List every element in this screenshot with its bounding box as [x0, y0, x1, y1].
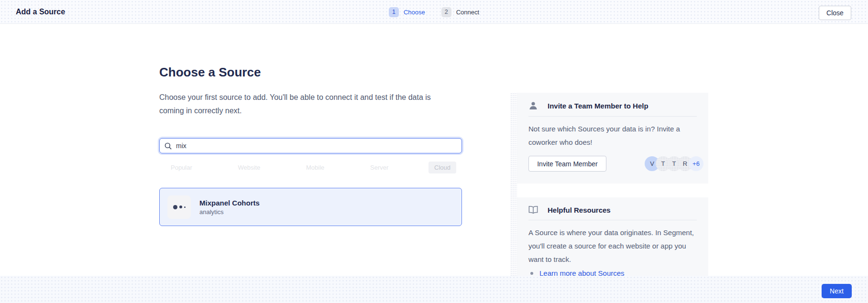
- step-choose[interactable]: 1 Choose: [389, 7, 425, 17]
- sidebar-divider-strip: [510, 93, 517, 284]
- close-button[interactable]: Close: [819, 6, 851, 20]
- category-filter-tabs: Popular Website Mobile Server Cloud: [159, 161, 462, 173]
- footer-bar: [0, 276, 868, 303]
- next-button[interactable]: Next: [822, 284, 852, 298]
- header-bar: Add a Source 1 Choose 2 Connect Close: [0, 0, 868, 24]
- avatar-overflow-count: +6: [689, 156, 703, 171]
- tab-server[interactable]: Server: [364, 162, 394, 173]
- section-description: Choose your first source to add. You'll …: [159, 91, 446, 118]
- section-heading: Choose a Source: [159, 65, 261, 80]
- source-name: Mixpanel Cohorts: [199, 199, 260, 207]
- tab-popular[interactable]: Popular: [165, 162, 198, 173]
- source-search-box: [159, 138, 462, 153]
- helpful-resources-card: Helpful Resources A Source is where your…: [517, 197, 708, 284]
- add-source-modal: Add a Source 1 Choose 2 Connect Close Ch…: [0, 0, 868, 303]
- search-icon: [165, 142, 172, 150]
- invite-card-header: Invite a Team Member to Help: [517, 93, 708, 116]
- invite-team-member-button[interactable]: Invite Team Member: [528, 156, 606, 172]
- tab-cloud[interactable]: Cloud: [429, 162, 456, 173]
- source-result-mixpanel-cohorts[interactable]: Mixpanel Cohorts analytics: [159, 188, 462, 226]
- choose-source-section: Choose a Source Choose your first source…: [159, 24, 462, 276]
- mixpanel-logo-icon: [167, 195, 191, 219]
- step-label: Choose: [404, 9, 425, 16]
- bullet-icon: [530, 272, 533, 275]
- tab-website[interactable]: Website: [232, 162, 266, 173]
- invite-card-title: Invite a Team Member to Help: [548, 102, 648, 110]
- invite-action-row: Invite Team Member V T T R +6: [517, 149, 708, 172]
- result-text: Mixpanel Cohorts analytics: [199, 199, 260, 216]
- step-connect[interactable]: 2 Connect: [441, 7, 479, 17]
- invite-card-body: Not sure which Sources your data is in? …: [517, 117, 708, 149]
- stepper: 1 Choose 2 Connect: [0, 0, 868, 24]
- step-number-badge: 2: [441, 7, 451, 17]
- resources-card-header: Helpful Resources: [517, 197, 708, 220]
- search-input[interactable]: [176, 142, 457, 150]
- step-number-badge: 1: [389, 7, 399, 17]
- invite-team-card: Invite a Team Member to Help Not sure wh…: [517, 93, 708, 184]
- step-label: Connect: [456, 9, 479, 16]
- resources-card-body: A Source is where your data originates. …: [517, 220, 708, 266]
- team-avatar-stack: V T T R +6: [645, 156, 703, 171]
- main-panel: Choose a Source Choose your first source…: [0, 24, 868, 276]
- book-icon: [528, 206, 538, 214]
- source-category: analytics: [199, 208, 260, 216]
- tab-mobile[interactable]: Mobile: [300, 162, 330, 173]
- person-icon: [528, 101, 538, 110]
- resources-card-title: Helpful Resources: [548, 206, 611, 214]
